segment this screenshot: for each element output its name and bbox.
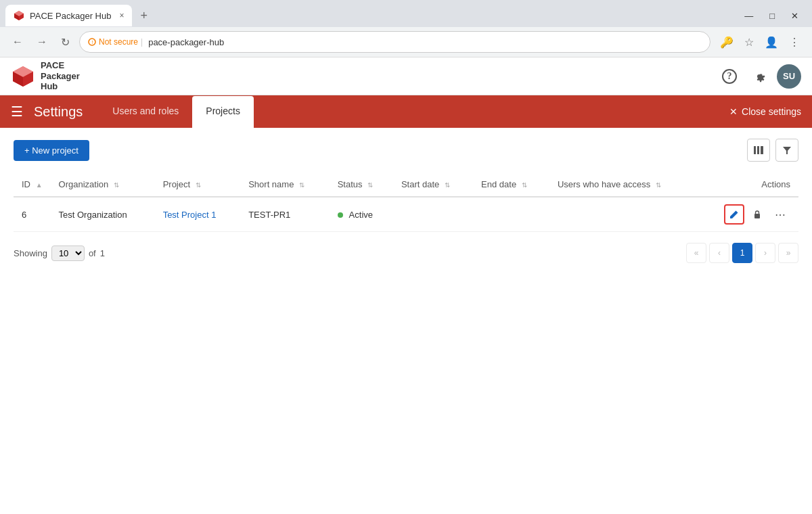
help-button[interactable]: ? (717, 64, 742, 89)
settings-tab-users[interactable]: Users and roles (99, 96, 192, 128)
th-organization[interactable]: Organization ⇅ (51, 172, 155, 197)
main-content: + New project ID ▲ (0, 128, 812, 466)
actions-cell: ⋯ (705, 204, 790, 225)
next-page-button[interactable]: › (755, 243, 775, 263)
url-display[interactable]: pace-packager-hub (148, 37, 702, 47)
nav-bar: ← → ↻ ! Not secure | pace-packager-hub 🔑… (0, 27, 812, 57)
th-project[interactable]: Project ⇅ (155, 172, 241, 197)
table-body: 6 Test Organization Test Project 1 TEST-… (14, 197, 798, 232)
svg-marker-13 (783, 147, 791, 154)
sort-icon-org: ⇅ (114, 181, 119, 189)
prev-page-button[interactable]: ‹ (709, 243, 729, 263)
columns-icon (753, 145, 764, 156)
showing-label: Showing 10 25 50 of 1 (14, 246, 105, 261)
tab-title: PACE Packager Hub (30, 11, 111, 21)
sort-icon-startdate: ⇅ (445, 181, 450, 189)
key-button[interactable]: 🔑 (716, 33, 738, 51)
sort-icon-status: ⇅ (367, 181, 373, 189)
user-avatar-button[interactable]: SU (777, 64, 801, 89)
bookmark-button[interactable]: ☆ (740, 33, 758, 51)
browser-chrome: PACE Packager Hub × + — □ ✕ ← → ↻ ! Not … (0, 0, 812, 57)
filter-icon (782, 145, 792, 156)
status-dot (338, 212, 343, 218)
gear-icon (752, 70, 766, 83)
table-row: 6 Test Organization Test Project 1 TEST-… (14, 197, 798, 232)
more-button[interactable]: ⋯ (770, 204, 790, 225)
back-button[interactable]: ← (8, 33, 27, 51)
settings-bar: ☰ Settings Users and roles Projects ✕ Cl… (0, 95, 812, 128)
th-actions: Actions (697, 172, 798, 197)
cell-start-date (393, 197, 473, 232)
columns-button[interactable] (747, 139, 770, 162)
new-tab-button[interactable]: + (135, 6, 153, 26)
browser-menu-button[interactable]: ⋮ (785, 33, 804, 51)
pagination-row: Showing 10 25 50 of 1 « ‹ 1 › » (14, 243, 798, 263)
sort-icon-enddate: ⇅ (522, 181, 527, 189)
table-header: ID ▲ Organization ⇅ Project ⇅ Short name… (14, 172, 798, 197)
maximize-button[interactable]: □ (761, 8, 783, 24)
project-link[interactable]: Test Project 1 (163, 210, 217, 220)
svg-rect-14 (754, 214, 760, 218)
close-button[interactable]: ✕ (783, 8, 807, 24)
toolbar: + New project (14, 139, 798, 162)
app-header: PACE Packager Hub ? SU (0, 57, 812, 95)
sort-asc-icon: ▲ (36, 181, 43, 189)
svg-rect-11 (757, 146, 759, 154)
address-bar[interactable]: ! Not secure | pace-packager-hub (79, 31, 710, 53)
first-page-button[interactable]: « (686, 243, 706, 263)
cell-organization: Test Organization (51, 197, 155, 232)
settings-button[interactable] (747, 64, 771, 89)
th-short-name[interactable]: Short name ⇅ (240, 172, 330, 197)
reload-button[interactable]: ↻ (57, 33, 74, 51)
cell-id: 6 (14, 197, 51, 232)
toolbar-right (747, 139, 798, 162)
sort-icon-project: ⇅ (196, 181, 201, 189)
minimize-button[interactable]: — (736, 8, 761, 24)
filter-button[interactable] (775, 139, 798, 162)
th-id[interactable]: ID ▲ (14, 172, 51, 197)
logo-icon (11, 64, 35, 89)
page-1-button[interactable]: 1 (732, 243, 752, 263)
tab-bar: PACE Packager Hub × + — □ ✕ (0, 0, 812, 27)
projects-table: ID ▲ Organization ⇅ Project ⇅ Short name… (14, 172, 798, 232)
tab-close-button[interactable]: × (119, 11, 124, 20)
cell-status: Active (330, 197, 393, 232)
window-controls: — □ ✕ (736, 8, 807, 24)
settings-title: Settings (34, 104, 83, 120)
forward-button[interactable]: → (32, 33, 51, 51)
lock-icon (752, 210, 762, 219)
last-page-button[interactable]: » (778, 243, 798, 263)
cell-actions: ⋯ (697, 197, 798, 232)
svg-rect-12 (761, 146, 763, 154)
lock-button[interactable] (747, 204, 767, 225)
tab-favicon (14, 10, 24, 21)
new-project-button[interactable]: + New project (14, 140, 89, 161)
cell-short-name: TEST-PR1 (240, 197, 330, 232)
svg-rect-10 (754, 146, 756, 154)
th-start-date[interactable]: Start date ⇅ (393, 172, 473, 197)
browser-tab[interactable]: PACE Packager Hub × (5, 5, 132, 26)
edit-button[interactable] (724, 204, 744, 225)
security-indicator: ! Not secure | (88, 37, 143, 47)
warning-icon: ! (88, 38, 96, 46)
app-logo: PACE Packager Hub (11, 60, 80, 92)
th-users-access[interactable]: Users who have access ⇅ (549, 172, 697, 197)
cell-users-access (549, 197, 697, 232)
th-end-date[interactable]: End date ⇅ (473, 172, 549, 197)
nav-icon-group: 🔑 ☆ 👤 ⋮ (716, 33, 804, 51)
sort-icon-users: ⇅ (656, 181, 661, 189)
close-settings-button[interactable]: ✕ Close settings (729, 106, 801, 117)
header-actions: ? SU (717, 64, 801, 89)
sort-icon-shortname: ⇅ (299, 181, 304, 189)
cell-end-date (473, 197, 549, 232)
profile-button[interactable]: 👤 (761, 33, 782, 51)
pagination-buttons: « ‹ 1 › » (686, 243, 798, 263)
logo-text: PACE Packager Hub (41, 60, 80, 92)
edit-icon (729, 210, 739, 219)
page-size-select[interactable]: 10 25 50 (51, 246, 85, 261)
cell-project: Test Project 1 (155, 197, 241, 232)
th-status[interactable]: Status ⇅ (330, 172, 393, 197)
svg-text:!: ! (92, 40, 93, 45)
settings-tab-projects[interactable]: Projects (192, 96, 254, 128)
hamburger-menu-icon[interactable]: ☰ (11, 103, 23, 120)
